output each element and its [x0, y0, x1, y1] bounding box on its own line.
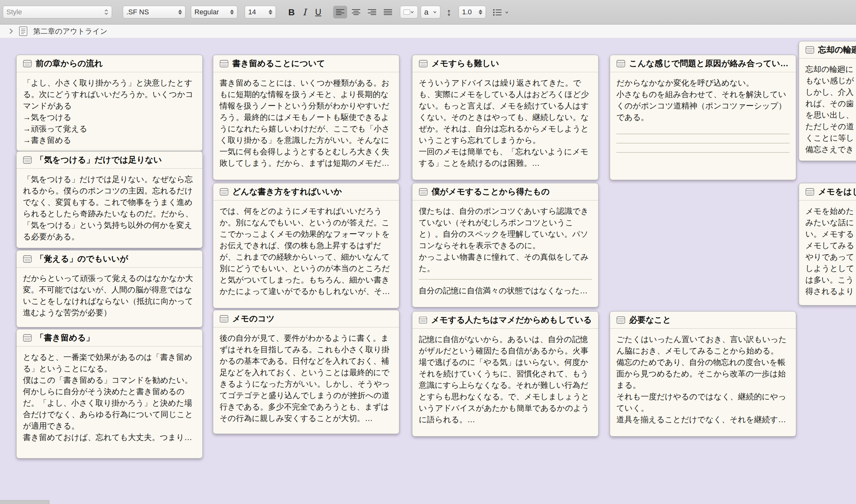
font-size-combo[interactable]: 14 [245, 6, 276, 18]
card-paragraph: そういうアドバイスは繰り返されてきた。でも、実際にメモをしている人はおどろくほど… [419, 77, 592, 146]
index-card[interactable]: こんな感じで問題と原因が絡み合ってい… だからなかなか変化を呼び込めない。 小さ… [610, 55, 796, 180]
card-header: 「覚える」のでもいいが [17, 250, 202, 268]
highlight-popup[interactable]: a [421, 6, 441, 18]
stepper-icon[interactable] [230, 10, 234, 15]
index-card-icon [419, 188, 428, 196]
chevron-up-down-icon [104, 8, 108, 16]
corkboard[interactable]: 前の章からの流れ 「よし、小さく取り掛かろう」と決意したとする。次にどうすればい… [0, 38, 856, 504]
card-paragraph: やりであって [805, 251, 856, 263]
card-paragraph: を思い出し、 [805, 109, 856, 121]
index-card[interactable]: 僕がメモすることから得たもの 僕たちは、自分のポンコツぐあいすら認識できていない… [412, 183, 599, 307]
card-paragraph: 一回のメモは簡単でも、「忘れないようにメモする」ことを続けるのは困難。… [419, 146, 592, 169]
align-justify-button[interactable] [381, 6, 395, 18]
underline-icon: U [315, 7, 321, 17]
index-card-icon [419, 60, 428, 68]
card-title: 「気をつける」だけでは足りない [36, 154, 162, 165]
card-body: 僕たちは、自分のポンコツぐあいすら認識できていない（それがむしろポンコツというこ… [412, 200, 598, 301]
index-card[interactable]: 「覚える」のでもいいが だからといって頑張って覚えるのはなかなか大変。不可能では… [16, 250, 203, 327]
stepper-icon[interactable] [178, 10, 182, 15]
bold-button[interactable]: B [285, 0, 298, 24]
card-paragraph: 「よし、小さく取り掛かろう」と決意したとする。次にどうすればいいだろうか。いくつ… [23, 77, 196, 111]
align-center-icon [351, 8, 361, 16]
card-title: 僕がメモすることから得たもの [431, 186, 550, 197]
card-title: メモをはじ [818, 186, 856, 197]
card-paragraph: 備忘さえでき [805, 144, 856, 155]
align-left-icon [335, 8, 345, 16]
card-body: そういうアドバイスは繰り返されてきた。でも、実際にメモをしている人はおどろくほど… [412, 72, 598, 174]
index-card-icon [23, 255, 32, 263]
card-title: メモのコツ [232, 313, 274, 324]
card-paragraph: →書き留める [23, 134, 196, 146]
card-title: 前の章からの流れ [36, 58, 103, 69]
index-card[interactable]: 書き留めることについて 書き留めることには、いくつか種類がある。おもに短期的な情… [213, 55, 399, 180]
card-title: 書き留めることについて [232, 58, 325, 69]
card-paragraph: 書き留めることには、いくつか種類がある。おもに短期的な情報を扱うメモと、より長期… [219, 77, 393, 169]
card-paragraph: みたいな話に [805, 217, 856, 228]
card-title: こんな感じで問題と原因が絡み合ってい… [629, 58, 788, 69]
card-paragraph: しようとして [805, 263, 856, 274]
chevron-down-icon [433, 11, 437, 14]
index-card-icon [23, 334, 32, 342]
card-title: メモすらも難しい [431, 58, 499, 69]
card-paragraph: 書き留めておけば、忘れても大丈夫。つまり… [23, 431, 196, 443]
card-paragraph: 後の自分が見て、要件がわかるように書く。まずはそれを目指してみる。これも小さく取… [219, 332, 393, 424]
card-paragraph: れば、その歯 [805, 98, 856, 109]
font-style-value: Regular [194, 8, 219, 16]
index-card-icon [805, 46, 814, 54]
line-spacing-combo[interactable]: 1.0 [459, 6, 486, 18]
style-popup-label: Style [6, 8, 22, 16]
card-paragraph: メモしてみる [805, 239, 856, 251]
list-style-popup[interactable] [493, 0, 509, 24]
index-card[interactable]: メモする人たちはマメだからめもしている… 記憶に自信がないから。あるいは、自分の… [412, 311, 599, 436]
card-paragraph: しかし、介入 [805, 86, 856, 98]
stepper-icon[interactable] [269, 10, 272, 15]
card-paragraph: では、何をどのようにメモすればいいだろうか。別になんでもいい、というのが答えだ。… [219, 205, 393, 297]
card-body: 書き留めることには、いくつか種類がある。おもに短期的な情報を扱うメモと、より長期… [213, 72, 399, 174]
card-header: 「書き留める」 [17, 329, 202, 346]
card-header: メモすらも難しい [412, 55, 598, 72]
card-body: メモを始めた みたいな話に い。メモする メモしてみる やりであって しようとし… [799, 200, 856, 302]
card-title: 「覚える」のでもいいが [36, 253, 128, 265]
text-color-popup[interactable] [400, 6, 418, 18]
index-card[interactable]: メモをはじ メモを始めた みたいな話に い。メモする メモしてみる やりであって… [799, 183, 856, 305]
font-family-combo[interactable]: .SF NS [123, 6, 185, 18]
align-left-button[interactable] [333, 6, 347, 18]
card-header: こんな感じで問題と原因が絡み合ってい… [610, 55, 796, 72]
document-title: 第二章のアウトライン [33, 26, 108, 36]
index-card[interactable]: 「書き留める」 となると、一番楽で効果があるのは「書き留める」ということになる。… [16, 329, 203, 458]
card-paragraph: だからなかなか変化を呼び込めない。 [617, 77, 789, 88]
highlight-label: a [424, 7, 428, 17]
ruled-line [419, 279, 592, 280]
card-body: 後の自分が見て、要件がわかるように書く。まずはそれを目指してみる。これも小さく取… [213, 327, 399, 429]
card-paragraph: 忘却の輪廻に [805, 63, 856, 75]
align-right-button[interactable] [365, 6, 379, 18]
card-paragraph: それも一度だけやるのではなく、継続的にやっていく。 [617, 391, 789, 414]
horizontal-scrollbar[interactable] [0, 500, 49, 504]
index-card-icon [219, 315, 229, 323]
card-header: 書き留めることについて [213, 55, 399, 72]
card-paragraph: 道具を揃えることだけでなく、それを継続す… [617, 414, 789, 425]
card-paragraph: ただしその道 [805, 121, 856, 132]
index-card[interactable]: メモのコツ 後の自分が見て、要件がわかるように書く。まずはそれを目指してみる。こ… [213, 310, 399, 434]
italic-button[interactable]: I [299, 0, 310, 24]
index-card[interactable]: どんな書き方をすればいいか では、何をどのようにメモすればいいだろうか。別になん… [213, 183, 399, 308]
index-card[interactable]: 必要なこと ごたくはいったん置いておき、言い訳もいったん脇におき、メモしてみるこ… [610, 311, 796, 436]
index-card[interactable]: 忘却の輪廻 忘却の輪廻に もない感じが しかし、介入 れば、その歯 を思い出し、… [799, 41, 856, 161]
align-center-button[interactable] [349, 6, 363, 18]
card-paragraph: くことに等し [805, 132, 856, 144]
index-card[interactable]: 「気をつける」だけでは足りない 「気をつける」だけでは足りない。なぜなら忘れるか… [16, 151, 203, 248]
stepper-icon[interactable] [479, 10, 482, 15]
index-card[interactable]: 前の章からの流れ 「よし、小さく取り掛かろう」と決意したとする。次にどうすればい… [16, 55, 203, 151]
card-paragraph: だからといって頑張って覚えるのはなかなか大変。不可能ではないが、人間の脳が得意で… [23, 272, 196, 318]
document-path-bar: 第二章のアウトライン [0, 24, 856, 38]
underline-button[interactable]: U [312, 0, 325, 24]
index-card-icon [419, 316, 427, 324]
index-card[interactable]: メモすらも難しい そういうアドバイスは繰り返されてきた。でも、実際にメモをしてい… [412, 55, 599, 180]
font-style-combo[interactable]: Regular [191, 6, 237, 18]
style-popup[interactable]: Style [3, 6, 112, 18]
disclosure-chevron-icon[interactable] [8, 28, 13, 35]
index-card-icon [23, 156, 32, 164]
bullet-list-icon [493, 8, 502, 17]
card-header: 「気をつける」だけでは足りない [17, 151, 202, 169]
card-body: では、何をどのようにメモすればいいだろうか。別になんでもいい、というのが答えだ。… [213, 200, 399, 302]
